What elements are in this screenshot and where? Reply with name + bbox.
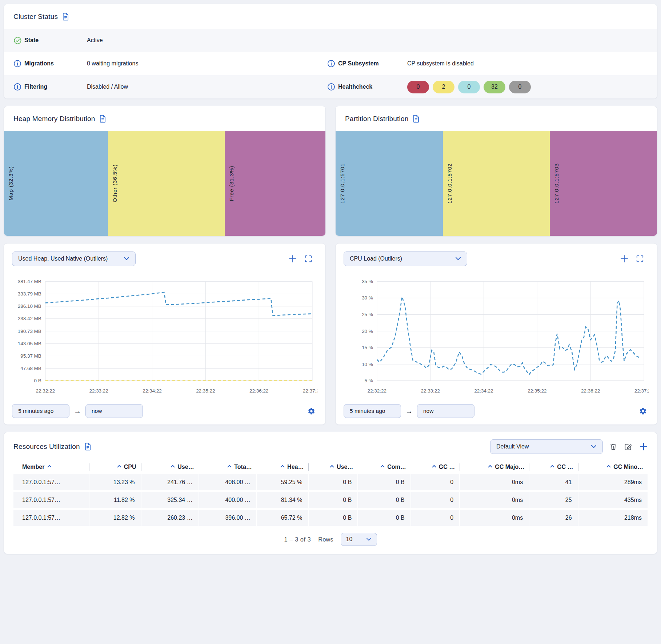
distribution-segment: Free (31.3%) bbox=[225, 131, 325, 236]
chevron-down-icon bbox=[124, 255, 129, 262]
column-header[interactable]: GC … bbox=[529, 462, 577, 472]
svg-text:35 %: 35 % bbox=[362, 279, 373, 284]
svg-text:15 %: 15 % bbox=[362, 345, 373, 350]
healthcheck-badge[interactable]: 0 bbox=[458, 81, 480, 93]
document-icon[interactable] bbox=[62, 13, 69, 21]
column-header[interactable]: GC Mino… bbox=[578, 462, 648, 472]
svg-text:22:34:22: 22:34:22 bbox=[474, 388, 493, 394]
column-header[interactable]: Member bbox=[13, 462, 89, 472]
column-header[interactable]: GC … bbox=[411, 462, 459, 472]
column-label: Tota… bbox=[234, 464, 252, 470]
healthcheck-badges: 020320 bbox=[407, 81, 648, 93]
time-from-input[interactable]: 5 minutes ago bbox=[344, 404, 401, 418]
expand-icon[interactable] bbox=[304, 255, 312, 263]
svg-text:22:37:22: 22:37:22 bbox=[634, 388, 649, 394]
column-header[interactable]: GC Majo… bbox=[460, 462, 529, 472]
memory-chart-card: Used Heap, Used Native (Outliers) 0 B47.… bbox=[4, 243, 326, 425]
table-cell: 0 B bbox=[309, 492, 357, 508]
table-cell: 26 bbox=[529, 510, 577, 526]
add-view-button[interactable] bbox=[639, 442, 648, 451]
metric-select[interactable]: CPU Load (Outliers) bbox=[344, 251, 467, 266]
add-chart-button[interactable] bbox=[620, 254, 629, 263]
table-cell: 435ms bbox=[578, 492, 648, 508]
time-to-input[interactable]: now bbox=[85, 404, 143, 418]
cp-subsystem-label: CP Subsystem bbox=[338, 60, 407, 67]
info-icon[interactable] bbox=[13, 83, 24, 91]
sort-caret-icon bbox=[171, 465, 175, 469]
table-cell: 325.34 … bbox=[141, 492, 199, 508]
healthcheck-badge[interactable]: 0 bbox=[509, 81, 531, 93]
edit-view-button[interactable] bbox=[624, 443, 632, 451]
table-cell: 0ms bbox=[460, 474, 529, 490]
column-label: GC … bbox=[439, 464, 455, 470]
svg-text:47.68 MB: 47.68 MB bbox=[20, 366, 41, 371]
sort-caret-icon bbox=[488, 465, 492, 469]
document-icon[interactable] bbox=[84, 443, 91, 451]
healthcheck-label: Healthcheck bbox=[338, 84, 407, 90]
column-label: Use… bbox=[337, 464, 353, 470]
heap-distribution-card: Heap Memory Distribution Map (32.3%)Othe… bbox=[4, 106, 326, 236]
rows-per-page-select[interactable]: 10 bbox=[341, 533, 377, 546]
time-from-input[interactable]: 5 minutes ago bbox=[12, 404, 69, 418]
segment-label: Map (32.3%) bbox=[8, 166, 14, 201]
svg-text:95.37 MB: 95.37 MB bbox=[20, 353, 41, 359]
member-row[interactable]: 127.0.0.1:57…12.82 %260.23 …396.00 …65.7… bbox=[13, 510, 648, 526]
member-row[interactable]: 127.0.0.1:57…11.82 %325.34 …400.00 …81.3… bbox=[13, 492, 648, 508]
column-header[interactable]: Use… bbox=[309, 462, 357, 472]
info-icon[interactable] bbox=[13, 60, 24, 68]
svg-text:286.10 MB: 286.10 MB bbox=[18, 303, 41, 309]
table-cell: 0ms bbox=[460, 492, 529, 508]
table-cell: 0 B bbox=[309, 510, 357, 526]
column-header[interactable]: Tota… bbox=[199, 462, 256, 472]
partition-distribution-title: Partition Distribution bbox=[345, 115, 408, 123]
column-label: Com… bbox=[387, 464, 406, 470]
table-cell: 408.00 … bbox=[199, 474, 256, 490]
table-cell: 0ms bbox=[460, 510, 529, 526]
svg-text:5 %: 5 % bbox=[365, 378, 373, 383]
expand-icon[interactable] bbox=[636, 255, 644, 263]
gear-icon[interactable] bbox=[639, 407, 647, 415]
sort-caret-icon bbox=[117, 465, 121, 469]
cluster-status-title: Cluster Status bbox=[13, 13, 58, 21]
table-cell: 241.76 … bbox=[141, 474, 199, 490]
column-label: GC Majo… bbox=[495, 464, 524, 470]
metric-select[interactable]: Used Heap, Used Native (Outliers) bbox=[12, 251, 136, 266]
info-icon[interactable] bbox=[327, 83, 338, 91]
column-header[interactable]: CPU bbox=[89, 462, 141, 472]
info-icon[interactable] bbox=[327, 60, 338, 68]
svg-text:22:37:22: 22:37:22 bbox=[303, 388, 317, 394]
healthcheck-badge[interactable]: 0 bbox=[407, 81, 429, 93]
table-cell: 127.0.0.1:57… bbox=[13, 474, 89, 490]
rows-per-page-label: Rows bbox=[318, 536, 333, 543]
view-select[interactable]: Default View bbox=[490, 439, 603, 454]
add-chart-button[interactable] bbox=[288, 254, 297, 263]
column-header[interactable]: Hea… bbox=[257, 462, 308, 472]
svg-text:10 %: 10 % bbox=[362, 362, 373, 367]
pagination-range: 1 – 3 of 3 bbox=[284, 536, 311, 543]
svg-text:22:32:22: 22:32:22 bbox=[36, 388, 55, 394]
column-header[interactable]: Use… bbox=[141, 462, 199, 472]
sort-caret-icon bbox=[228, 465, 232, 469]
table-cell: 12.82 % bbox=[89, 510, 141, 526]
document-icon[interactable] bbox=[413, 115, 420, 123]
svg-text:381.47 MB: 381.47 MB bbox=[18, 279, 41, 284]
document-icon[interactable] bbox=[99, 115, 106, 123]
time-to-input[interactable]: now bbox=[417, 404, 474, 418]
healthcheck-badge[interactable]: 2 bbox=[433, 81, 454, 93]
arrow-right-icon: → bbox=[74, 407, 81, 415]
healthcheck-badge[interactable]: 32 bbox=[484, 81, 505, 93]
status-row-filtering: Filtering Disabled / Allow Healthcheck 0… bbox=[4, 75, 657, 98]
state-label: State bbox=[24, 37, 87, 44]
status-row-migrations: Migrations 0 waiting migrations CP Subsy… bbox=[4, 52, 657, 75]
table-cell: 41 bbox=[529, 474, 577, 490]
svg-text:22:33:22: 22:33:22 bbox=[421, 388, 440, 394]
segment-label: 127.0.0.1:5701 bbox=[339, 163, 345, 204]
sort-caret-icon bbox=[607, 465, 611, 469]
segment-label: 127.0.0.1:5703 bbox=[553, 163, 560, 204]
column-header[interactable]: Com… bbox=[358, 462, 410, 472]
cp-subsystem-value: CP subsystem is disabled bbox=[407, 60, 648, 67]
heap-distribution-title: Heap Memory Distribution bbox=[13, 115, 95, 123]
gear-icon[interactable] bbox=[308, 407, 315, 415]
delete-view-button[interactable] bbox=[609, 443, 617, 451]
member-row[interactable]: 127.0.0.1:57…13.23 %241.76 …408.00 …59.2… bbox=[13, 474, 648, 490]
